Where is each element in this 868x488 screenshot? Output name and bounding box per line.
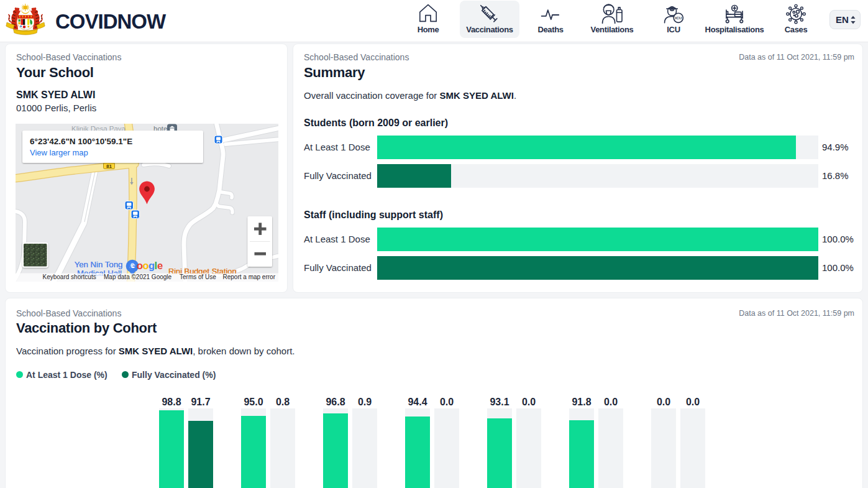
svg-text:e: e (157, 260, 163, 271)
svg-text:6°23'42.6"N 100°10'59.1"E: 6°23'42.6"N 100°10'59.1"E (30, 137, 132, 146)
svg-text:ICU: ICU (675, 16, 682, 20)
svg-text:G: G (129, 260, 137, 271)
svg-text:Yen Nin Tong: Yen Nin Tong (75, 260, 123, 269)
svg-text:Report a map error: Report a map error (223, 274, 276, 280)
svg-text:View larger map: View larger map (30, 148, 88, 157)
svg-text:Keyboard shortcuts: Keyboard shortcuts (43, 274, 96, 280)
svg-text:81: 81 (106, 163, 112, 169)
svg-text:Map data ©2021 Google: Map data ©2021 Google (104, 274, 172, 280)
svg-text:Terms of Use: Terms of Use (180, 274, 216, 280)
